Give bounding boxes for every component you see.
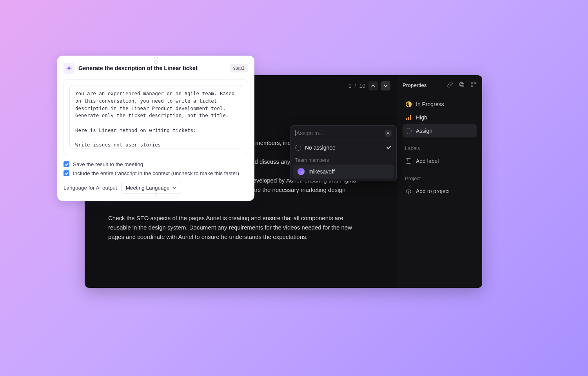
sidebar-top: Properties [403, 81, 477, 89]
checkbox-checked-icon[interactable] [64, 170, 69, 176]
labels-heading: Labels [405, 145, 477, 151]
save-result-label: Save the result to the meeting [73, 161, 143, 167]
add-label-text: Add label [416, 158, 439, 164]
copy-icon[interactable] [459, 81, 465, 89]
card-inner: You are an experienced manager on an Agi… [64, 79, 248, 155]
properties-label: Properties [403, 82, 427, 88]
priority-icon [405, 114, 412, 121]
no-assignee-option[interactable]: No assignee [290, 141, 396, 154]
assign-label: Assign [416, 128, 432, 134]
flow-node-out [156, 191, 156, 198]
link-icon[interactable] [447, 81, 453, 89]
add-project-text: Add to project [416, 188, 450, 194]
save-result-option[interactable]: Save the result to the meeting [57, 160, 254, 169]
status-row[interactable]: In Progress [403, 98, 477, 111]
priority-row[interactable]: High [403, 111, 477, 124]
add-project-row[interactable]: Add to project [403, 184, 477, 198]
language-select[interactable]: Meeting Language [121, 182, 181, 194]
sparkle-icon [64, 63, 74, 74]
member-name: mikesavoff [309, 168, 335, 175]
pager: 1 / 10 [348, 81, 390, 90]
linear-sidebar: Properties In Progress High Assign Label… [397, 75, 482, 288]
branch-icon[interactable] [470, 81, 477, 89]
project-heading: Project [405, 175, 477, 181]
language-label: Language for AI output [64, 185, 117, 191]
team-members-heading: Team members [290, 154, 396, 164]
add-label-row[interactable]: Add label [403, 154, 477, 168]
pager-slash: / [355, 83, 356, 89]
pager-current: 1 [348, 83, 352, 89]
cube-icon [405, 188, 412, 195]
node-dot-icon [156, 190, 156, 198]
step-pill: step1 [230, 64, 248, 72]
pager-down-button[interactable] [381, 81, 390, 90]
no-assignee-label: No assignee [305, 145, 336, 151]
assign-dashed-icon [295, 145, 301, 151]
node-dot-icon [154, 60, 158, 64]
card-title: Generate the description of the Linear t… [78, 65, 226, 71]
assign-row[interactable]: Assign [403, 124, 477, 137]
assign-popover: Assign to... A No assignee Team members … [290, 125, 397, 181]
card-header: Generate the description of the Linear t… [57, 63, 254, 74]
assign-icon [405, 127, 412, 134]
team-member-option[interactable]: m mikesavoff [293, 164, 394, 179]
prompt-card: Generate the description of the Linear t… [57, 56, 254, 201]
svg-point-2 [472, 83, 473, 84]
assign-search-placeholder: Assign to... [295, 130, 323, 136]
svg-point-3 [472, 86, 473, 87]
label-icon [405, 157, 412, 164]
svg-rect-0 [461, 83, 464, 87]
pager-up-button[interactable] [368, 81, 378, 90]
issue-paragraph: Check the SEO aspects of the pages Aurie… [108, 213, 367, 242]
status-label: In Progress [416, 101, 444, 107]
flow-arrow-in [154, 55, 158, 64]
include-transcript-label: Include the entire transcript in the con… [73, 170, 239, 176]
checkbox-checked-icon[interactable] [64, 161, 69, 167]
language-select-value: Meeting Language [126, 185, 170, 191]
assign-search[interactable]: Assign to... A [290, 126, 396, 141]
prompt-textarea[interactable]: You are an experienced manager on an Agi… [69, 85, 242, 148]
status-icon [405, 101, 412, 108]
avatar-icon: m [298, 168, 305, 175]
include-transcript-option[interactable]: Include the entire transcript in the con… [57, 169, 254, 178]
chevron-down-icon [172, 186, 176, 190]
pager-total: 10 [359, 83, 365, 89]
check-icon [386, 145, 392, 151]
priority-label: High [416, 114, 427, 121]
svg-rect-1 [460, 83, 463, 86]
assign-kbd: A [385, 130, 392, 137]
